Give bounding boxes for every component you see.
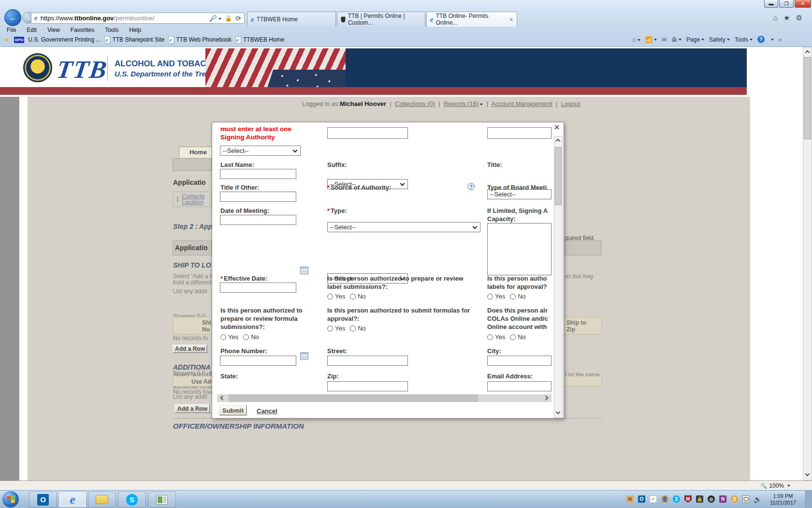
outlook-tray-icon[interactable]: O <box>638 495 645 503</box>
date-of-meeting-input[interactable] <box>220 215 296 225</box>
email-input[interactable] <box>487 381 551 391</box>
back-button[interactable]: ← <box>4 9 21 26</box>
scroll-down-icon[interactable] <box>556 410 561 415</box>
collections-link[interactable]: Collections (0) <box>395 100 435 107</box>
start-button[interactable] <box>2 491 19 508</box>
yes-radio[interactable] <box>487 334 493 340</box>
taskbar-skype-button[interactable]: S <box>118 492 146 508</box>
street-input[interactable] <box>327 356 408 366</box>
city-input[interactable] <box>487 356 551 366</box>
yes-radio[interactable] <box>327 326 333 331</box>
page-menu[interactable]: Page <box>686 36 704 43</box>
read-mail-icon[interactable]: ✉ <box>662 36 667 43</box>
last-name-input[interactable] <box>220 169 296 179</box>
menu-help[interactable]: Help <box>127 26 143 34</box>
favorite-ttbweb[interactable]: TTBWEB Home <box>235 36 284 44</box>
scroll-down-icon[interactable] <box>805 472 810 477</box>
scrollbar-thumb[interactable] <box>555 147 562 205</box>
scroll-up-icon[interactable] <box>805 50 810 55</box>
favorite-gpo[interactable]: U.S. Government Printing ... <box>28 36 101 43</box>
tab-ttbweb-home[interactable]: e TTBWEB Home <box>247 12 336 27</box>
address-bar[interactable]: e https://www.ttbonline.gov/permitsonlin… <box>31 13 245 24</box>
account-management-link[interactable]: Account Management <box>491 100 552 107</box>
swirl-icon[interactable]: S <box>731 495 738 503</box>
skype-tray-icon[interactable]: S <box>673 495 680 503</box>
yes-radio[interactable] <box>220 334 226 340</box>
tools-menu[interactable]: Tools <box>735 36 753 43</box>
taskbar-outlook-button[interactable]: O <box>29 492 57 508</box>
source-of-authority-select[interactable]: --Select-- <box>327 222 480 232</box>
network-display-icon[interactable]: 🖵 <box>742 495 750 503</box>
notes-icon[interactable]: N <box>719 495 726 503</box>
restore-button[interactable]: ❐ <box>779 0 794 8</box>
help-icon[interactable]: ? <box>757 36 765 43</box>
dialog-vertical-scrollbar[interactable] <box>554 136 563 418</box>
close-window-button[interactable]: ✕ <box>795 0 811 8</box>
yes-radio[interactable] <box>327 294 333 299</box>
favorite-phonebook[interactable]: TTB Web Phonebook <box>168 36 232 44</box>
tab-close-icon[interactable]: ✕ <box>509 17 513 22</box>
zip-input[interactable] <box>327 381 408 391</box>
submit-button[interactable]: Submit <box>219 405 247 416</box>
rss-feed-icon[interactable]: 📶 <box>645 36 657 43</box>
location-link[interactable]: Location <box>182 199 203 206</box>
calendar-icon[interactable] <box>300 267 308 274</box>
rings-icon[interactable]: ◎ <box>708 495 715 503</box>
refresh-icon[interactable]: ⟳ <box>235 15 241 22</box>
add-favorite-star-icon[interactable]: ★ <box>4 36 10 44</box>
taskbar-viewer-button[interactable] <box>148 492 176 508</box>
dialog-horizontal-scrollbar[interactable] <box>217 394 551 402</box>
zoom-level[interactable]: 100% <box>769 482 784 489</box>
scroll-right-icon[interactable] <box>544 396 549 401</box>
search-icon[interactable]: 🔎 <box>209 15 221 22</box>
title-if-other-input[interactable] <box>220 192 296 202</box>
menu-tools[interactable]: Tools <box>103 26 120 34</box>
no-radio[interactable] <box>510 334 516 340</box>
menu-favorites[interactable]: Favorites <box>69 26 96 34</box>
scroll-up-icon[interactable] <box>556 139 561 144</box>
overflow-chevron-icon[interactable]: » <box>779 36 782 43</box>
no-radio[interactable] <box>350 326 356 331</box>
no-radio[interactable] <box>243 334 249 340</box>
minimize-button[interactable]: ▬ <box>764 0 778 8</box>
checkmark-icon[interactable]: ✔ <box>650 495 657 503</box>
menu-view[interactable]: View <box>45 26 62 34</box>
phone-number-input[interactable] <box>220 356 296 366</box>
signing-capacity-textarea[interactable] <box>487 223 551 275</box>
dialog-close-icon[interactable]: ✕ <box>554 123 560 131</box>
effective-date-input[interactable] <box>220 283 296 293</box>
mcafee-shield-icon[interactable]: M <box>684 495 692 503</box>
home-tab[interactable]: Home <box>179 147 212 158</box>
yes-radio[interactable] <box>487 294 493 299</box>
favorites-star-icon[interactable]: ★ <box>783 14 790 22</box>
hscrollbar-thumb[interactable] <box>229 394 478 402</box>
home-page-icon[interactable]: ⌂ <box>632 36 640 43</box>
taskbar-ie-button[interactable]: e <box>58 492 87 508</box>
menu-edit[interactable]: Edit <box>25 26 39 34</box>
tab-ttb-permits-online[interactable]: TTB | Permits Online | Custom... <box>337 12 425 27</box>
reports-link[interactable]: Reports (16) <box>444 100 478 107</box>
mail-envelope-icon[interactable]: ✉ <box>626 495 634 503</box>
safety-menu[interactable]: Safety <box>709 36 730 43</box>
middle-name-input[interactable] <box>487 127 551 139</box>
no-radio[interactable] <box>350 294 356 299</box>
taskbar-explorer-button[interactable] <box>88 492 116 508</box>
role-select[interactable]: --Select-- <box>220 146 301 156</box>
menu-file[interactable]: File <box>5 26 18 34</box>
zoom-dropdown-icon[interactable] <box>787 485 790 487</box>
favorite-sharepoint[interactable]: TTB Sharepoint Site <box>104 36 164 44</box>
add-row-button-upper[interactable]: Add a Row <box>173 344 207 353</box>
help-icon[interactable]: ? <box>467 183 475 190</box>
settings-gear-icon[interactable]: ⚙ <box>796 14 802 22</box>
calendar-icon[interactable] <box>300 352 308 360</box>
first-name-input[interactable] <box>327 127 408 139</box>
browser-vertical-scrollbar[interactable] <box>803 47 812 480</box>
scroll-left-icon[interactable] <box>220 396 225 401</box>
cancel-link[interactable]: Cancel <box>257 407 277 415</box>
taskbar-clock[interactable]: 1:09 PM 11/21/2017 <box>766 493 800 506</box>
person-icon[interactable]: 👤 <box>661 495 668 503</box>
lock-icon[interactable]: 🔒 <box>696 495 703 503</box>
show-desktop-button[interactable] <box>805 491 812 508</box>
volume-icon[interactable]: 🔊 <box>754 495 761 503</box>
tab-ttb-online-active[interactable]: e TTB Online- Permits Online... ✕ <box>426 12 517 27</box>
